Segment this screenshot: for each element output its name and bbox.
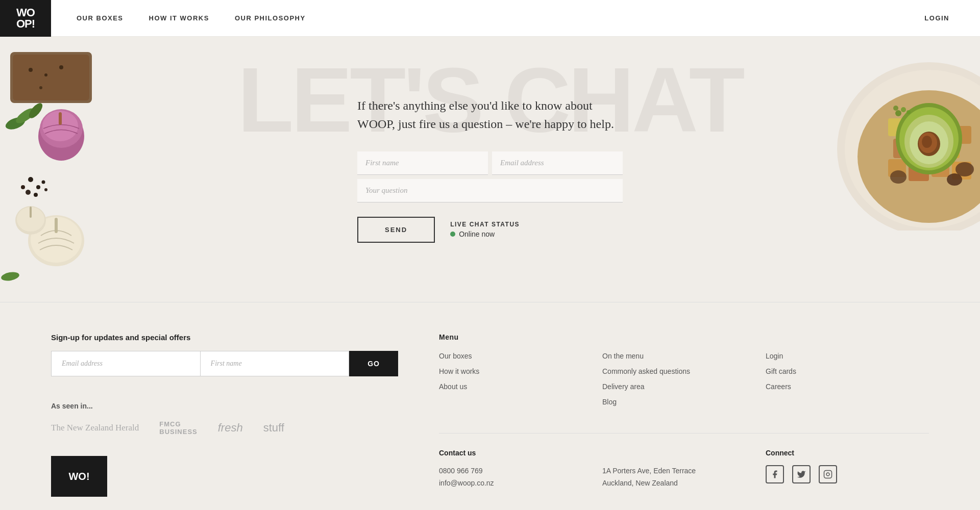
nav-how-it-works[interactable]: HOW IT WORKS xyxy=(149,14,209,22)
svg-point-19 xyxy=(44,188,47,191)
contact-email[interactable]: info@woop.co.nz xyxy=(439,479,494,487)
site-header: WOOP! OUR BOXES HOW IT WORKS OUR PHILOSO… xyxy=(0,0,980,37)
footer-nav-col-3: Login Gift cards Careers xyxy=(766,333,929,413)
nzherald-logo: The New Zealand Herald xyxy=(51,423,139,433)
footer-nav-col-2: On the menu Commonly asked questions Del… xyxy=(602,333,766,413)
footer-logo-text: WO! xyxy=(68,471,89,482)
facebook-icon[interactable] xyxy=(766,465,784,483)
footer-logo[interactable]: WO! xyxy=(51,456,107,497)
stuff-logo: stuff xyxy=(263,421,284,435)
footer-nav-col3-spacer xyxy=(766,333,929,341)
food-image-left xyxy=(0,37,133,302)
footer-inner: Sign-up for updates and special offers G… xyxy=(51,333,929,497)
svg-rect-22 xyxy=(55,218,58,233)
svg-point-5 xyxy=(39,86,42,89)
footer-link-delivery[interactable]: Delivery area xyxy=(602,382,644,391)
instagram-icon[interactable] xyxy=(819,465,837,483)
svg-point-14 xyxy=(36,185,40,189)
footer-link-faq[interactable]: Commonly asked questions xyxy=(602,367,690,375)
footer-link-careers[interactable]: Careers xyxy=(766,382,791,391)
contact-phone: 0800 966 769 xyxy=(439,467,483,475)
svg-point-54 xyxy=(890,170,906,184)
svg-point-50 xyxy=(893,106,898,111)
footer-link-about-us[interactable]: About us xyxy=(439,382,467,391)
connect-title: Connect xyxy=(766,449,929,457)
svg-point-16 xyxy=(42,181,45,184)
footer-link-blog[interactable]: Blog xyxy=(602,398,617,406)
email-input[interactable] xyxy=(492,151,623,175)
contact-address-line2: Auckland, New Zealand xyxy=(602,479,678,487)
newsletter-go-button[interactable]: GO xyxy=(349,351,398,376)
svg-point-15 xyxy=(26,190,31,195)
svg-point-49 xyxy=(901,107,906,112)
online-label: Online now xyxy=(459,230,495,238)
first-name-input[interactable] xyxy=(357,151,488,175)
send-button[interactable]: SEND xyxy=(357,217,435,243)
newsletter-name-input[interactable] xyxy=(201,351,350,376)
svg-point-48 xyxy=(895,110,901,116)
svg-point-4 xyxy=(59,65,63,69)
footer-link-on-the-menu[interactable]: On the menu xyxy=(602,352,644,360)
online-dot-icon xyxy=(450,232,455,237)
nav-our-philosophy[interactable]: OUR PHILOSOPHY xyxy=(235,14,306,22)
footer: Sign-up for updates and special offers G… xyxy=(0,302,980,510)
svg-point-13 xyxy=(28,177,33,182)
contact-section: LET'S CHAT xyxy=(0,37,980,302)
newsletter-title: Sign-up for updates and special offers xyxy=(51,333,398,342)
page-wrapper: LET'S CHAT xyxy=(0,0,980,510)
food-image-right xyxy=(766,37,980,231)
footer-right: Menu Our boxes How it works About us On … xyxy=(439,333,929,497)
seen-in-title: As seen in... xyxy=(51,402,398,410)
media-logos: The New Zealand Herald FMCGBUSINESS fres… xyxy=(51,420,398,436)
newsletter-email-input[interactable] xyxy=(51,351,201,376)
twitter-icon[interactable] xyxy=(792,465,811,483)
contact-subtitle: If there's anything else you'd like to k… xyxy=(357,96,623,133)
svg-point-53 xyxy=(947,173,962,186)
svg-rect-1 xyxy=(13,55,89,100)
fmcg-logo: FMCGBUSINESS xyxy=(159,420,197,436)
chat-status-label: LIVE CHAT STATUS xyxy=(450,221,520,228)
nav-our-boxes[interactable]: OUR BOXES xyxy=(77,14,124,22)
chat-status: LIVE CHAT STATUS Online now xyxy=(450,221,520,238)
logo-text: WOOP! xyxy=(16,7,35,30)
login-button[interactable]: LOGIN xyxy=(924,14,949,22)
online-status: Online now xyxy=(450,230,520,238)
contact-form-container: If there's anything else you'd like to k… xyxy=(357,96,623,243)
svg-rect-12 xyxy=(59,112,62,125)
main-nav: OUR BOXES HOW IT WORKS OUR PHILOSOPHY xyxy=(77,14,924,22)
contact-address-line1: 1A Porters Ave, Eden Terrace xyxy=(602,467,696,475)
svg-point-51 xyxy=(906,110,911,114)
connect-col: Connect xyxy=(766,449,929,490)
footer-link-login[interactable]: Login xyxy=(766,352,783,360)
footer-nav: Menu Our boxes How it works About us On … xyxy=(439,333,929,413)
footer-nav-col2-spacer xyxy=(602,333,766,341)
svg-point-26 xyxy=(1,271,20,282)
contact-title: Contact us xyxy=(439,449,602,457)
form-actions: SEND LIVE CHAT STATUS Online now xyxy=(357,217,623,243)
footer-nav-col-1: Menu Our boxes How it works About us xyxy=(439,333,602,413)
footer-link-our-boxes[interactable]: Our boxes xyxy=(439,352,472,360)
name-email-row xyxy=(357,151,623,175)
contact-details-col: Contact us 0800 966 769 info@woop.co.nz xyxy=(439,449,602,490)
footer-contact: Contact us 0800 966 769 info@woop.co.nz … xyxy=(439,433,929,490)
social-icons xyxy=(766,465,929,483)
svg-point-3 xyxy=(44,73,47,76)
newsletter-form: GO xyxy=(51,351,398,376)
svg-rect-55 xyxy=(824,471,832,478)
svg-rect-25 xyxy=(30,207,32,218)
footer-left: Sign-up for updates and special offers G… xyxy=(51,333,398,497)
contact-address-col: 1A Porters Ave, Eden Terrace Auckland, N… xyxy=(602,449,766,490)
footer-link-how-it-works[interactable]: How it works xyxy=(439,367,479,375)
svg-point-18 xyxy=(34,193,38,197)
svg-point-17 xyxy=(21,185,25,189)
logo[interactable]: WOOP! xyxy=(0,0,51,37)
svg-point-47 xyxy=(922,136,932,148)
footer-menu-title: Menu xyxy=(439,333,602,341)
footer-link-gift-cards[interactable]: Gift cards xyxy=(766,367,796,375)
contact-address-spacer xyxy=(602,449,766,457)
fresh-logo: fresh xyxy=(218,421,243,435)
question-input[interactable] xyxy=(357,179,623,202)
svg-point-2 xyxy=(29,68,33,72)
